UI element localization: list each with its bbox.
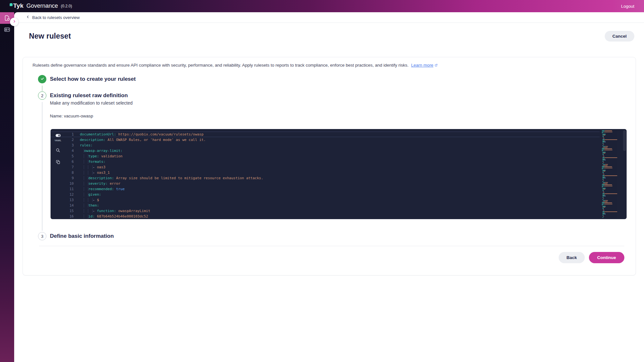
- minimap-line: [602, 153, 622, 153]
- line-number: 13: [65, 197, 74, 203]
- minimap-line: [602, 210, 622, 211]
- minimap-line: [602, 217, 622, 218]
- minimap-line: [602, 216, 622, 217]
- line-number: 3: [65, 143, 74, 148]
- ruleset-card: Rulesets define governance standards and…: [23, 57, 636, 275]
- minimap-line: [602, 141, 622, 141]
- minimap-line: [602, 146, 622, 147]
- minimap-line: [602, 148, 622, 149]
- minimap-line: [602, 144, 622, 144]
- minimap-line: [602, 138, 622, 139]
- minimap-line: [602, 160, 622, 160]
- line-number: 6: [65, 159, 74, 164]
- line-number: 5: [65, 153, 74, 159]
- ruleset-description: Rulesets define governance standards and…: [33, 62, 626, 68]
- minimap-line: [602, 157, 622, 158]
- minimap-line: [602, 174, 622, 175]
- learn-more-link[interactable]: Learn more: [411, 63, 438, 68]
- code-text: given:: [80, 192, 101, 197]
- code-text: documentationUrl: https://quobix.com/vac…: [80, 132, 204, 137]
- minimap-line: [602, 197, 622, 198]
- minimap-line: [602, 132, 622, 132]
- minimap-line: [602, 209, 622, 210]
- minimap-line: [602, 136, 622, 137]
- minimap-line: [602, 142, 622, 142]
- minimap[interactable]: [602, 130, 622, 218]
- step-1-title: Select how to create your ruleset: [50, 76, 136, 82]
- code-line: 12 given:: [51, 192, 600, 197]
- minimap-line: [602, 202, 622, 203]
- yaml-code-editor[interactable]: 1documentationUrl: https://quobix.com/va…: [51, 129, 627, 219]
- minimap-line: [602, 173, 622, 174]
- code-text: description: All OWASP Rules, or 'hard m…: [80, 137, 206, 143]
- minimap-line: [602, 183, 622, 184]
- editor-action-rail: YAML: [51, 129, 65, 219]
- version-label: (0.2.0): [61, 2, 72, 10]
- continue-button[interactable]: Continue: [589, 252, 625, 263]
- minimap-line: [602, 147, 622, 148]
- code-text: recommended: true: [80, 186, 125, 192]
- minimap-line: [602, 156, 622, 157]
- step-1-complete-indicator: [38, 75, 46, 83]
- step-connector-1: [42, 86, 43, 91]
- minimap-line: [602, 179, 622, 180]
- page-header: New ruleset Cancel: [29, 31, 634, 42]
- minimap-line: [602, 175, 622, 176]
- brand-logo: Tyk Governance (0.2.0): [10, 2, 72, 10]
- code-text: type: validation: [80, 153, 122, 159]
- logout-button[interactable]: Logout: [621, 4, 634, 9]
- code-line: 4 owasp-array-limit:: [51, 148, 600, 153]
- code-text: id: 687b64b524b46e000103dc52: [80, 214, 148, 219]
- code-line: 10 severity: error: [51, 181, 600, 186]
- editor-scrollbar[interactable]: [623, 130, 626, 151]
- chevron-right-icon: [12, 19, 16, 25]
- code-line: 14 then:: [51, 203, 600, 208]
- minimap-line: [602, 192, 622, 193]
- minimap-line: [602, 187, 622, 187]
- minimap-line: [602, 180, 622, 181]
- code-lines: 1documentationUrl: https://quobix.com/va…: [51, 132, 627, 219]
- code-text: description: Array size should be limite…: [80, 175, 263, 181]
- minimap-line: [602, 133, 622, 133]
- code-line: 6 formats:: [51, 159, 600, 164]
- line-number: 8: [65, 170, 74, 175]
- copy-button[interactable]: [56, 160, 61, 165]
- code-line: 15 - function: owaspArrayLimit: [51, 208, 600, 214]
- line-number: 9: [65, 175, 74, 181]
- step-2-title: Existing ruleset raw definition: [50, 92, 128, 99]
- minimap-line: [602, 211, 622, 212]
- product-name: Governance: [26, 2, 58, 10]
- language-label: YAML: [54, 139, 61, 142]
- cancel-button[interactable]: Cancel: [605, 31, 634, 42]
- minimap-line: [602, 171, 622, 172]
- minimap-line: [602, 208, 622, 209]
- line-number: 10: [65, 181, 74, 186]
- document-shield-icon: [4, 15, 10, 21]
- line-number: 11: [65, 186, 74, 192]
- minimap-line: [602, 207, 622, 208]
- search-button[interactable]: [55, 148, 61, 154]
- minimap-line: [602, 154, 622, 155]
- minimap-line: [602, 169, 622, 169]
- code-text: formats:: [80, 159, 105, 164]
- ruleset-name-label: Name: vacuum-owasp: [50, 114, 93, 118]
- minimap-line: [602, 184, 622, 185]
- minimap-line: [602, 151, 622, 151]
- yaml-preview-toggle[interactable]: YAML: [54, 134, 61, 142]
- back-link[interactable]: Back to rulesets overview: [14, 12, 644, 23]
- code-text: then:: [80, 203, 99, 208]
- code-line: 5 type: validation: [51, 153, 600, 159]
- minimap-line: [602, 205, 622, 205]
- minimap-line: [602, 177, 622, 177]
- step-2-number: 2: [38, 91, 46, 100]
- chevron-left-icon: [26, 15, 30, 20]
- line-number: 7: [65, 164, 74, 170]
- line-number: 16: [65, 214, 74, 219]
- back-button[interactable]: Back: [559, 252, 584, 263]
- minimap-line: [602, 130, 622, 131]
- brand-name: Tyk: [13, 2, 24, 9]
- back-link-label: Back to rulesets overview: [32, 15, 80, 20]
- sidebar-expand-button[interactable]: [10, 18, 18, 26]
- code-line: 16 id: 687b64b524b46e000103dc52: [51, 214, 600, 219]
- page-title: New ruleset: [29, 32, 71, 41]
